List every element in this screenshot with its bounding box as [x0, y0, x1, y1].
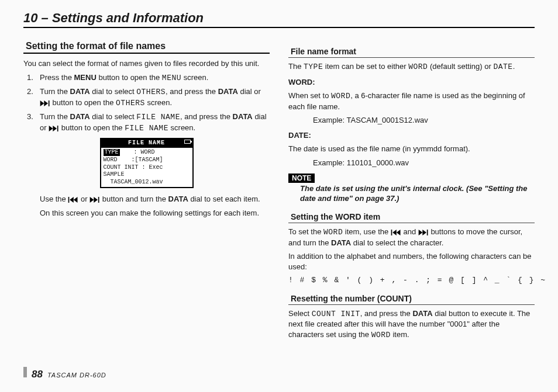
model-name: TASCAM DR-60D [47, 372, 106, 379]
section-word-item: Setting the WORD item [288, 212, 535, 223]
date-label: DATE: [288, 130, 535, 141]
right-column: File name format The TYPE item can be se… [288, 39, 535, 344]
battery-icon [184, 140, 191, 144]
footer-accent-bar [23, 367, 27, 377]
intro-text: You can select the format of names given… [23, 58, 270, 69]
note-text: The date is set using the unit's interna… [300, 184, 535, 204]
after-lcd-2: On this screen you can make the followin… [40, 208, 270, 218]
chapter-title: 10 – Settings and Information [23, 11, 535, 26]
word-desc: When set to WORD, a 6-character file nam… [288, 91, 535, 112]
fast-forward-icon [89, 197, 100, 203]
step-2: 2. Turn the DATA dial to select OTHERS, … [40, 86, 270, 108]
word-item-chars-intro: In addition to the alphabet and numbers,… [288, 251, 535, 272]
left-column: Setting the format of file names You can… [23, 39, 270, 344]
step-1: 1. Press the MENU button to open the MEN… [40, 72, 270, 84]
rewind-icon [68, 197, 78, 203]
word-item-desc: To set the WORD item, use the and button… [288, 227, 535, 248]
format-desc: The TYPE item can be set to either WORD … [288, 61, 535, 72]
fast-forward-icon [418, 230, 429, 235]
fast-forward-icon [49, 126, 59, 131]
page-number: 88 [32, 369, 43, 380]
after-lcd-1: Use the or button and turn the DATA dial… [40, 194, 270, 204]
steps-list: 1. Press the MENU button to open the MEN… [23, 72, 270, 134]
page-footer: 88 TASCAM DR-60D [23, 367, 106, 380]
allowed-chars: ! # $ % & ' ( ) + , - . ; = @ [ ] ^ _ ` … [288, 275, 535, 286]
step-3: 3. Turn the DATA dial to select FILE NAM… [40, 112, 270, 133]
word-label: WORD: [288, 77, 535, 88]
fast-forward-icon [40, 100, 50, 106]
date-example: Example: 110101_0000.wav [313, 158, 535, 168]
section-file-name-format: File name format [288, 47, 535, 58]
section-reset-count: Resetting the number (COUNT) [288, 294, 535, 305]
lcd-screenshot: FILE NAME TYPE : WORD WORD :[TASCAM] COU… [100, 138, 194, 188]
section-file-name-format-setting: Setting the format of file names [23, 41, 270, 54]
word-example: Example: TASCAM_0001S12.wav [313, 115, 535, 126]
note-badge: NOTE [288, 174, 315, 183]
reset-desc: Select COUNT INIT, and press the DATA di… [288, 308, 535, 341]
rewind-icon [391, 230, 401, 235]
date-desc: The date is used as the file name (in yy… [288, 144, 535, 154]
